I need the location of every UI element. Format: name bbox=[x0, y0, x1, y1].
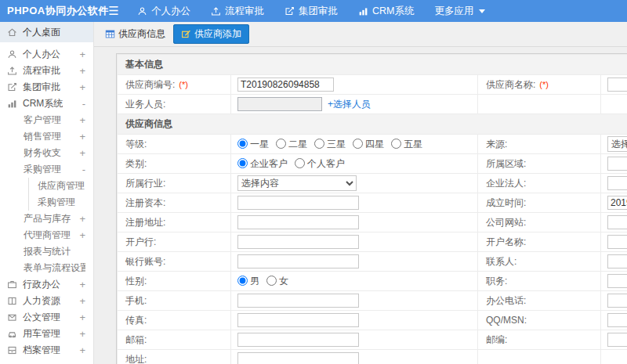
radio-option-enterprise[interactable]: 企业客户 bbox=[237, 158, 288, 169]
bank-input[interactable] bbox=[237, 235, 359, 249]
sidebar-item-archive-mgmt[interactable]: 档案管理 + bbox=[0, 342, 93, 359]
tab-supplier-add[interactable]: 供应商添加 bbox=[173, 24, 249, 44]
expand-plus-icon[interactable]: + bbox=[79, 81, 85, 93]
supplier-code-input[interactable] bbox=[237, 77, 334, 92]
expand-plus-icon[interactable]: + bbox=[79, 147, 85, 159]
industry-select[interactable]: 选择内容 bbox=[237, 175, 357, 191]
radio-option-grade1[interactable]: 一星 bbox=[237, 139, 269, 150]
address-input[interactable] bbox=[237, 352, 359, 364]
grade-radio[interactable] bbox=[314, 139, 324, 149]
website-input[interactable] bbox=[607, 215, 627, 229]
sidebar-item-personal-desktop[interactable]: 个人桌面 bbox=[0, 22, 93, 42]
radio-option-grade5[interactable]: 五星 bbox=[391, 139, 422, 150]
sidebar-item-supplier-mgmt[interactable]: 供应商管理 bbox=[29, 178, 93, 194]
field-label: 手机: bbox=[125, 295, 147, 306]
tab-bar: 供应商信息 供应商添加 bbox=[94, 22, 627, 47]
sidebar-item-agent-mgmt[interactable]: 代理商管理 + bbox=[19, 227, 93, 243]
sidebar-item-customer-mgmt[interactable]: 客户管理 + bbox=[19, 112, 93, 128]
hamburger-icon[interactable]: ☰ bbox=[100, 4, 127, 18]
document-icon bbox=[7, 312, 18, 323]
supplier-name-input[interactable] bbox=[607, 77, 627, 92]
radio-option-grade2[interactable]: 二星 bbox=[276, 139, 307, 150]
sidebar-item-sales-mgmt[interactable]: 销售管理 + bbox=[19, 128, 93, 145]
expand-plus-icon[interactable]: + bbox=[79, 295, 85, 307]
mobile-input[interactable] bbox=[237, 294, 359, 308]
nav-item-more-apps[interactable]: 更多应用 bbox=[424, 0, 495, 22]
radio-option-female[interactable]: 女 bbox=[266, 276, 288, 287]
registered-address-input[interactable] bbox=[237, 215, 359, 229]
sidebar-item-hr[interactable]: 人力资源 + bbox=[0, 293, 93, 309]
expand-plus-icon[interactable]: + bbox=[79, 49, 85, 60]
sidebar-item-purchase-mgmt[interactable]: 采购管理 - bbox=[19, 161, 93, 178]
region-input[interactable] bbox=[607, 157, 627, 171]
sidebar-item-group-approval[interactable]: 集团审批 + bbox=[0, 79, 93, 96]
radio-option-grade3[interactable]: 三星 bbox=[314, 139, 346, 150]
collapse-minus-icon[interactable]: - bbox=[82, 164, 85, 175]
top-navbar: PHPOA协同办公软件 ☰ 个人办公 流程审批 集团审批 CRM系统 更多应用 bbox=[0, 0, 627, 22]
field-label: 银行账号: bbox=[125, 256, 165, 267]
qq-msn-input[interactable] bbox=[607, 313, 627, 327]
sidebar-item-form-flow-settings[interactable]: 表单与流程设置+ bbox=[19, 260, 93, 276]
expand-plus-icon[interactable]: + bbox=[79, 131, 85, 142]
office-phone-input[interactable] bbox=[607, 294, 627, 308]
hr-icon bbox=[7, 296, 18, 307]
radio-option-grade4[interactable]: 四星 bbox=[353, 139, 384, 150]
sidebar-item-document-mgmt[interactable]: 公文管理 + bbox=[0, 309, 93, 326]
expand-plus-icon[interactable]: + bbox=[79, 328, 85, 340]
field-label: 办公电话: bbox=[486, 295, 526, 306]
tab-supplier-list[interactable]: 供应商信息 bbox=[105, 27, 165, 41]
email-input[interactable] bbox=[237, 333, 359, 347]
field-label: 职务: bbox=[486, 276, 507, 287]
grade-radio[interactable] bbox=[237, 139, 248, 149]
expand-plus-icon[interactable]: + bbox=[79, 114, 85, 126]
registered-capital-input[interactable] bbox=[237, 196, 359, 210]
sidebar-item-purchasing[interactable]: 采购管理 bbox=[29, 194, 93, 211]
expand-plus-icon[interactable]: + bbox=[79, 312, 85, 323]
collapse-minus-icon[interactable]: - bbox=[82, 98, 85, 110]
sidebar-item-personal-office[interactable]: 个人办公 + bbox=[0, 46, 93, 63]
form-row-email: 邮箱: 邮编: bbox=[118, 330, 627, 350]
staff-input[interactable] bbox=[237, 97, 322, 111]
gender-radio[interactable] bbox=[237, 276, 248, 286]
form-row-fax: 传真: QQ/MSN: bbox=[118, 311, 627, 330]
fax-input[interactable] bbox=[237, 313, 359, 327]
gender-radio[interactable] bbox=[266, 276, 277, 286]
field-label: 邮箱: bbox=[125, 334, 147, 345]
field-label: 联系人: bbox=[486, 256, 516, 267]
sidebar-item-reports[interactable]: 报表与统计 bbox=[19, 243, 93, 260]
source-select[interactable]: 选择内容 bbox=[607, 136, 627, 152]
sidebar-item-vehicle-mgmt[interactable]: 用车管理 + bbox=[0, 326, 93, 342]
sidebar-item-crm[interactable]: CRM系统 - bbox=[0, 96, 93, 112]
expand-plus-icon[interactable]: + bbox=[79, 229, 85, 241]
radio-option-personal[interactable]: 个人客户 bbox=[295, 158, 345, 169]
archive-icon bbox=[7, 345, 18, 356]
postcode-input[interactable] bbox=[607, 333, 627, 347]
expand-plus-icon[interactable]: + bbox=[79, 213, 85, 225]
nav-item-crm[interactable]: CRM系统 bbox=[348, 0, 424, 22]
car-icon bbox=[7, 329, 18, 340]
radio-option-male[interactable]: 男 bbox=[237, 276, 259, 287]
position-input[interactable] bbox=[607, 274, 627, 288]
grade-radio[interactable] bbox=[276, 139, 286, 149]
grade-radio[interactable] bbox=[391, 139, 401, 149]
sidebar-item-finance[interactable]: 财务收支 + bbox=[19, 145, 93, 161]
bank-account-input[interactable] bbox=[237, 254, 359, 268]
founded-date-input[interactable] bbox=[607, 196, 627, 210]
expand-plus-icon[interactable]: + bbox=[79, 344, 85, 356]
choose-staff-link[interactable]: +选择人员 bbox=[328, 99, 371, 110]
contact-input[interactable] bbox=[607, 254, 627, 268]
legal-person-input[interactable] bbox=[607, 176, 627, 190]
category-radio[interactable] bbox=[295, 158, 305, 168]
expand-plus-icon[interactable]: + bbox=[79, 65, 85, 77]
sidebar-item-product-inventory[interactable]: 产品与库存 + bbox=[19, 211, 93, 227]
nav-item-personal-office[interactable]: 个人办公 bbox=[127, 0, 201, 22]
form-row-address: 地址: bbox=[118, 350, 627, 364]
category-radio[interactable] bbox=[237, 158, 248, 168]
account-name-input[interactable] bbox=[607, 235, 627, 249]
nav-item-process-approval[interactable]: 流程审批 bbox=[201, 0, 274, 22]
nav-item-group-approval[interactable]: 集团审批 bbox=[274, 0, 348, 22]
sidebar-item-process-approval[interactable]: 流程审批 + bbox=[0, 63, 93, 79]
grade-radio[interactable] bbox=[353, 139, 363, 149]
expand-plus-icon[interactable]: + bbox=[79, 279, 85, 290]
sidebar-item-admin-office[interactable]: 行政办公 + bbox=[0, 276, 93, 293]
